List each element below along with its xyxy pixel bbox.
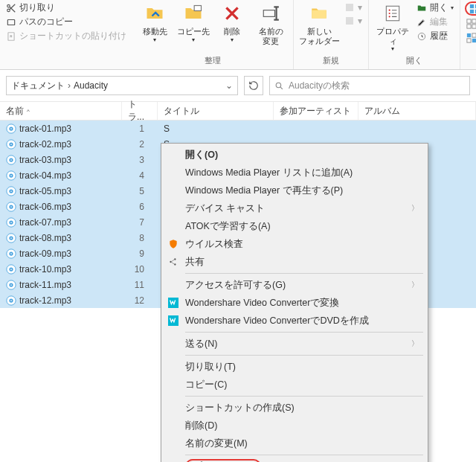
col-artist[interactable]: 参加アーティスト <box>274 102 358 120</box>
ribbon-new-folder[interactable]: 新しい フォルダー <box>298 1 340 45</box>
column-headers: 名前^ トラ... タイトル 参加アーティスト アルバム <box>0 101 476 121</box>
svg-rect-6 <box>346 4 353 11</box>
audio-file-icon <box>6 155 16 165</box>
ribbon-rename[interactable]: 名前の 変更 <box>253 1 289 45</box>
svg-rect-7 <box>346 17 353 25</box>
file-name: track-03.mp3 <box>19 155 71 165</box>
file-title: S <box>158 123 274 134</box>
audio-file-icon <box>6 170 16 181</box>
crumb-parent[interactable]: ドキュメント <box>11 80 65 92</box>
context-menu-item[interactable]: ショートカットの作成(S) <box>163 399 426 417</box>
ribbon-new-item[interactable]: ▾ <box>343 1 364 13</box>
refresh-button[interactable] <box>244 76 263 95</box>
ribbon-select-none[interactable]: 選択解除 <box>465 17 476 30</box>
select-all-icon <box>469 4 476 14</box>
context-menu-item[interactable]: 削除(D) <box>163 417 426 434</box>
col-name[interactable]: 名前^ <box>0 102 122 120</box>
breadcrumb[interactable]: ドキュメント › Audacity ⌄ <box>6 76 238 95</box>
context-menu: 開く(O)Windows Media Player リストに追加(A)Windo… <box>161 143 428 462</box>
context-menu-item[interactable]: ATOKで学習する(A) <box>163 217 426 235</box>
svg-point-58 <box>10 284 12 286</box>
context-menu-item[interactable]: Windows Media Player で再生する(P) <box>163 182 426 199</box>
svg-rect-19 <box>467 24 471 28</box>
ribbon-paste-shortcut[interactable]: ショートカットの貼り付け <box>4 30 128 42</box>
svg-rect-22 <box>472 33 476 36</box>
svg-point-25 <box>276 83 281 88</box>
svg-rect-18 <box>472 19 476 22</box>
context-menu-item[interactable]: コピー(C) <box>163 376 426 394</box>
file-track: 3 <box>122 155 158 165</box>
ribbon-edit[interactable]: 編集 <box>415 16 455 28</box>
svg-point-49 <box>10 237 12 239</box>
col-album[interactable]: アルバム <box>358 102 476 120</box>
scissors-icon <box>6 3 16 13</box>
context-menu-label: Wondershare Video Converterで変換 <box>185 297 339 309</box>
search-input[interactable]: Audacityの検索 <box>269 76 470 95</box>
context-menu-label: ショートカットの作成(S) <box>185 402 295 414</box>
svg-rect-17 <box>467 19 471 22</box>
audio-file-icon <box>6 139 16 150</box>
audio-file-icon <box>6 202 16 212</box>
submenu-arrow-icon: 〉 <box>411 203 419 214</box>
context-menu-label: Wondershare Video ConverterでDVDを作成 <box>185 315 369 327</box>
context-menu-item[interactable]: Wondershare Video ConverterでDVDを作成 <box>163 312 426 330</box>
ribbon-properties[interactable]: プロパティ▾ <box>373 1 412 52</box>
svg-rect-15 <box>470 9 474 13</box>
file-track: 12 <box>122 295 158 306</box>
file-name: track-10.mp3 <box>19 264 71 275</box>
context-menu-item[interactable]: Wondershare Video Converterで変換 <box>163 294 426 312</box>
context-menu-item[interactable]: ウイルス検査 <box>163 235 426 253</box>
col-track[interactable]: トラ... <box>122 102 158 120</box>
context-menu-item[interactable]: プロパティ(R) <box>163 458 426 462</box>
ws-icon <box>167 297 179 309</box>
svg-point-62 <box>170 261 171 263</box>
context-menu-label: プロパティ(R) <box>185 459 261 463</box>
ribbon-invert-selection[interactable]: 選択の切り替え <box>465 31 476 44</box>
context-menu-item[interactable]: 切り取り(T) <box>163 358 426 376</box>
refresh-icon <box>248 80 259 91</box>
rename-icon <box>261 4 280 23</box>
ribbon-history[interactable]: 履歴 <box>415 30 455 42</box>
context-menu-item[interactable]: アクセスを許可する(G)〉 <box>163 276 426 294</box>
svg-point-52 <box>10 253 12 254</box>
svg-rect-5 <box>263 10 274 17</box>
svg-point-63 <box>174 258 176 260</box>
ribbon-copy-path[interactable]: パスのコピー <box>4 16 128 28</box>
context-menu-item[interactable]: 送る(N)〉 <box>163 335 426 353</box>
chevron-down-icon[interactable]: ⌄ <box>225 80 233 91</box>
svg-point-31 <box>10 144 12 145</box>
file-track: 9 <box>122 248 158 259</box>
context-menu-item[interactable]: 名前の変更(M) <box>163 434 426 452</box>
copy-to-icon <box>183 3 204 24</box>
ribbon-copy-to[interactable]: コピー先▾ <box>176 1 211 43</box>
file-row[interactable]: track-01.mp31S <box>0 121 476 136</box>
context-menu-label: 名前の変更(M) <box>185 437 248 450</box>
col-title[interactable]: タイトル <box>158 102 274 120</box>
context-menu-label: コピー(C) <box>185 379 227 391</box>
svg-point-34 <box>10 159 12 161</box>
ribbon-move-to[interactable]: 移動先▾ <box>137 1 173 43</box>
ribbon-delete[interactable]: 削除▾ <box>214 1 250 43</box>
ribbon-open[interactable]: 開く ▾ <box>415 1 455 14</box>
edit-icon <box>416 17 427 28</box>
file-track: 11 <box>122 280 158 290</box>
crumb-current[interactable]: Audacity <box>74 80 108 91</box>
file-track: 8 <box>122 233 158 243</box>
ribbon-group-select-label: 選択 <box>460 54 476 69</box>
move-to-icon <box>144 3 165 24</box>
context-menu-item[interactable]: 開く(O) <box>163 146 426 164</box>
ribbon-easy-access[interactable]: ▾ <box>343 15 364 27</box>
history-icon <box>416 31 427 42</box>
file-name: track-12.mp3 <box>19 295 71 306</box>
context-menu-item[interactable]: Windows Media Player リストに追加(A) <box>163 164 426 182</box>
file-track: 5 <box>122 186 158 196</box>
ribbon-cut[interactable]: 切り取り <box>4 1 128 14</box>
file-name: track-02.mp3 <box>19 139 71 150</box>
easy-access-icon <box>344 16 355 26</box>
context-menu-item[interactable]: デバイス キャスト〉 <box>163 199 426 217</box>
svg-rect-20 <box>472 24 476 28</box>
ribbon-select-all[interactable]: すべて選択 <box>465 1 476 16</box>
svg-rect-23 <box>467 38 471 42</box>
context-menu-item[interactable]: 共有 <box>163 253 426 271</box>
ribbon-group-organize-label: 整理 <box>132 54 293 69</box>
